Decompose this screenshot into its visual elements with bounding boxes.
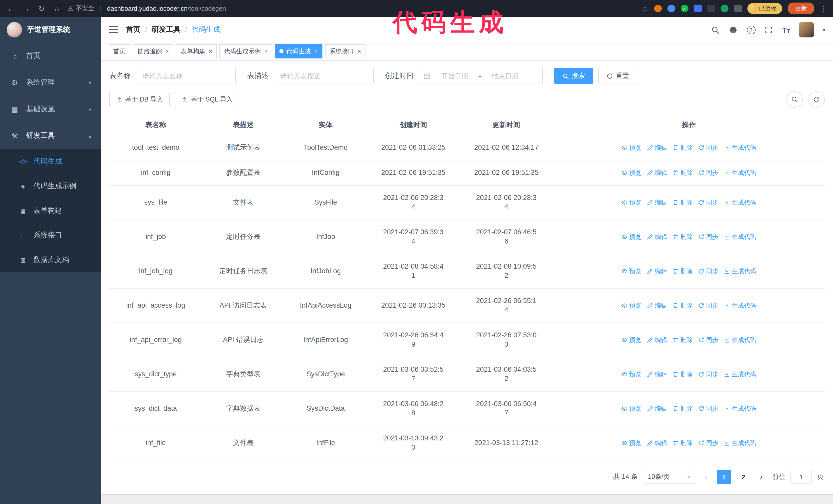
action-download-link[interactable]: 生成代码 — [724, 370, 756, 379]
extension-icon[interactable] — [694, 5, 701, 12]
action-delete-link[interactable]: 删除 — [672, 438, 693, 448]
breadcrumb-dev-tools[interactable]: 研发工具 — [152, 25, 181, 34]
import-sql-button[interactable]: 基于 SQL 导入 — [175, 92, 239, 107]
action-delete-link[interactable]: 删除 — [672, 404, 693, 413]
import-db-button[interactable]: 基于 DB 导入 — [109, 92, 170, 107]
browser-update-button[interactable]: 更新 — [788, 3, 814, 14]
action-delete-link[interactable]: 删除 — [672, 168, 693, 177]
action-download-link[interactable]: 生成代码 — [724, 198, 756, 207]
sidebar-item-codegen[interactable]: </> 代码生成 — [0, 149, 101, 174]
page-button-2[interactable]: 2 — [736, 470, 751, 484]
action-delete-link[interactable]: 删除 — [672, 335, 693, 344]
goto-page-input[interactable] — [790, 470, 812, 484]
search-button[interactable]: 搜索 — [554, 68, 593, 84]
action-eye-link[interactable]: 预览 — [621, 267, 641, 276]
action-sync-link[interactable]: 同步 — [698, 370, 718, 379]
action-sync-link[interactable]: 同步 — [698, 143, 718, 152]
action-download-link[interactable]: 生成代码 — [724, 168, 756, 177]
action-edit-link[interactable]: 编辑 — [647, 370, 667, 379]
tab-form-builder[interactable]: 表单构建 — [176, 44, 217, 58]
back-icon[interactable] — [6, 4, 15, 13]
action-delete-link[interactable]: 删除 — [672, 232, 693, 241]
action-eye-link[interactable]: 预览 — [621, 301, 641, 310]
action-eye-link[interactable]: 预览 — [621, 198, 641, 207]
action-delete-link[interactable]: 删除 — [672, 267, 693, 276]
action-eye-link[interactable]: 预览 — [621, 438, 641, 448]
extension-icon[interactable]: ✓ — [681, 5, 688, 12]
extension-icon[interactable] — [654, 5, 662, 12]
help-icon[interactable]: ? — [747, 25, 755, 34]
tab-codegen[interactable]: 代码生成 — [275, 44, 323, 58]
sidebar-item-codegen-sample[interactable]: ◈ 代码生成示例 — [0, 174, 101, 198]
profile-paused-badge[interactable]: 已暂停 — [747, 3, 782, 14]
home-icon[interactable] — [52, 4, 62, 13]
prev-page-button[interactable] — [700, 470, 712, 484]
action-edit-link[interactable]: 编辑 — [647, 438, 667, 448]
forward-icon[interactable] — [22, 4, 31, 13]
action-eye-link[interactable]: 预览 — [621, 232, 641, 241]
action-edit-link[interactable]: 编辑 — [647, 143, 667, 152]
action-edit-link[interactable]: 编辑 — [647, 267, 667, 276]
action-edit-link[interactable]: 编辑 — [647, 301, 667, 310]
scroll-gutter[interactable] — [101, 494, 833, 504]
action-eye-link[interactable]: 预览 — [621, 168, 641, 177]
table-desc-input[interactable] — [274, 68, 374, 84]
action-eye-link[interactable]: 预览 — [621, 370, 641, 379]
action-edit-link[interactable]: 编辑 — [647, 404, 667, 413]
extension-icon[interactable] — [707, 5, 715, 12]
start-date-input[interactable] — [433, 72, 477, 80]
action-edit-link[interactable]: 编辑 — [647, 232, 667, 241]
action-eye-link[interactable]: 预览 — [621, 335, 641, 344]
action-edit-link[interactable]: 编辑 — [647, 335, 667, 344]
date-range-picker[interactable]: - — [419, 68, 543, 84]
table-name-input[interactable] — [136, 68, 236, 84]
next-page-button[interactable] — [756, 470, 767, 484]
end-date-input[interactable] — [483, 72, 527, 80]
close-icon[interactable] — [358, 48, 361, 54]
extension-icon[interactable] — [734, 5, 741, 12]
tab-codegen-sample[interactable]: 代码生成示例 — [219, 44, 272, 58]
close-icon[interactable] — [209, 48, 212, 54]
font-size-icon[interactable]: TT — [782, 25, 790, 34]
close-icon[interactable] — [166, 48, 169, 54]
action-delete-link[interactable]: 删除 — [672, 198, 693, 207]
breadcrumb-home[interactable]: 首页 — [126, 25, 140, 34]
action-sync-link[interactable]: 同步 — [698, 267, 718, 276]
extension-icon[interactable] — [667, 5, 675, 12]
action-sync-link[interactable]: 同步 — [698, 404, 718, 413]
action-delete-link[interactable]: 删除 — [672, 143, 693, 152]
security-status[interactable]: 不安全 — [68, 4, 94, 13]
action-download-link[interactable]: 生成代码 — [724, 404, 756, 413]
action-download-link[interactable]: 生成代码 — [724, 267, 756, 276]
close-icon[interactable] — [314, 48, 318, 54]
page-size-select[interactable]: 10条/页 — [643, 470, 695, 484]
action-download-link[interactable]: 生成代码 — [724, 301, 756, 310]
reload-icon[interactable] — [37, 4, 46, 13]
tab-tracing[interactable]: 链路追踪 — [133, 44, 173, 58]
action-sync-link[interactable]: 同步 — [698, 438, 718, 448]
sidebar-item-system-api[interactable]: ≔ 系统接口 — [0, 223, 101, 248]
action-download-link[interactable]: 生成代码 — [724, 143, 756, 152]
browser-menu-icon[interactable] — [820, 4, 827, 13]
sidebar-item-db-docs[interactable]: ▥ 数据库文档 — [0, 248, 101, 272]
fullscreen-icon[interactable] — [764, 25, 773, 34]
action-download-link[interactable]: 生成代码 — [724, 232, 756, 241]
action-download-link[interactable]: 生成代码 — [724, 438, 756, 448]
action-eye-link[interactable]: 预览 — [621, 404, 641, 413]
sidebar-logo[interactable]: 芋道管理系统 — [0, 17, 101, 43]
action-edit-link[interactable]: 编辑 — [647, 198, 667, 207]
address-bar[interactable]: dashboard.yudao.iocoder.cn /tool/codegen — [107, 5, 226, 12]
action-sync-link[interactable]: 同步 — [698, 335, 718, 344]
sidebar-item-form-builder[interactable]: ▦ 表单构建 — [0, 198, 101, 223]
close-icon[interactable] — [264, 48, 268, 54]
tab-system-api[interactable]: 系统接口 — [325, 44, 366, 58]
action-download-link[interactable]: 生成代码 — [724, 335, 756, 344]
action-delete-link[interactable]: 删除 — [672, 370, 693, 379]
avatar[interactable] — [799, 22, 814, 38]
sidebar-item-home[interactable]: ⌂ 首页 — [0, 43, 101, 69]
github-icon[interactable] — [729, 25, 738, 34]
sidebar-item-dev-tools[interactable]: ⚒ 研发工具 — [0, 123, 101, 149]
action-sync-link[interactable]: 同步 — [698, 168, 718, 177]
action-edit-link[interactable]: 编辑 — [647, 168, 667, 177]
action-delete-link[interactable]: 删除 — [672, 301, 693, 310]
